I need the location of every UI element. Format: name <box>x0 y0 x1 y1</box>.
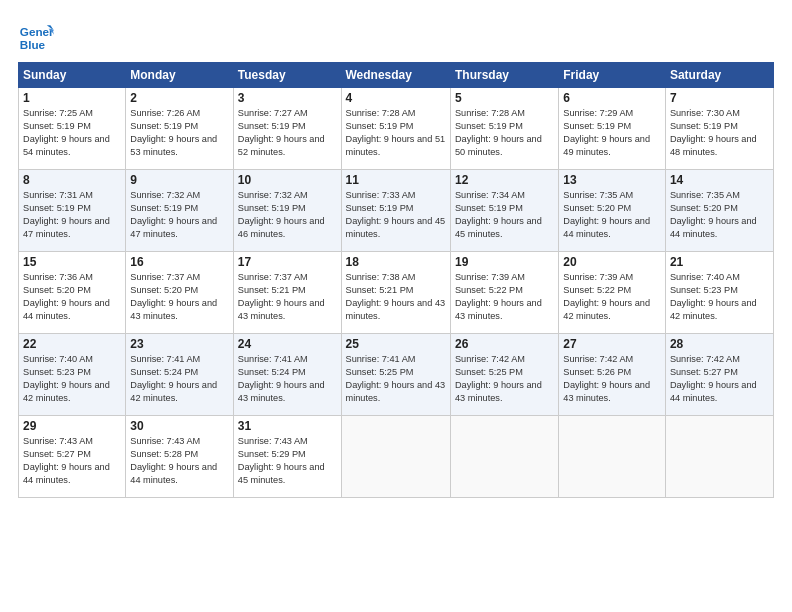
calendar-cell: 8Sunrise: 7:31 AM Sunset: 5:19 PM Daylig… <box>19 170 126 252</box>
day-info: Sunrise: 7:30 AM Sunset: 5:19 PM Dayligh… <box>670 107 769 159</box>
calendar-cell: 26Sunrise: 7:42 AM Sunset: 5:25 PM Dayli… <box>450 334 558 416</box>
calendar-cell: 15Sunrise: 7:36 AM Sunset: 5:20 PM Dayli… <box>19 252 126 334</box>
calendar-week-5: 29Sunrise: 7:43 AM Sunset: 5:27 PM Dayli… <box>19 416 774 498</box>
day-info: Sunrise: 7:34 AM Sunset: 5:19 PM Dayligh… <box>455 189 554 241</box>
calendar-cell: 13Sunrise: 7:35 AM Sunset: 5:20 PM Dayli… <box>559 170 666 252</box>
calendar-cell: 7Sunrise: 7:30 AM Sunset: 5:19 PM Daylig… <box>665 88 773 170</box>
calendar-week-1: 1Sunrise: 7:25 AM Sunset: 5:19 PM Daylig… <box>19 88 774 170</box>
calendar-cell: 4Sunrise: 7:28 AM Sunset: 5:19 PM Daylig… <box>341 88 450 170</box>
day-number: 24 <box>238 337 337 351</box>
svg-text:Blue: Blue <box>20 38 46 51</box>
day-number: 22 <box>23 337 121 351</box>
day-number: 2 <box>130 91 228 105</box>
calendar-cell: 31Sunrise: 7:43 AM Sunset: 5:29 PM Dayli… <box>233 416 341 498</box>
day-info: Sunrise: 7:28 AM Sunset: 5:19 PM Dayligh… <box>346 107 446 159</box>
day-info: Sunrise: 7:35 AM Sunset: 5:20 PM Dayligh… <box>670 189 769 241</box>
day-number: 8 <box>23 173 121 187</box>
day-number: 4 <box>346 91 446 105</box>
calendar-cell: 9Sunrise: 7:32 AM Sunset: 5:19 PM Daylig… <box>126 170 233 252</box>
day-info: Sunrise: 7:43 AM Sunset: 5:29 PM Dayligh… <box>238 435 337 487</box>
day-info: Sunrise: 7:32 AM Sunset: 5:19 PM Dayligh… <box>130 189 228 241</box>
day-info: Sunrise: 7:42 AM Sunset: 5:26 PM Dayligh… <box>563 353 661 405</box>
calendar-cell: 3Sunrise: 7:27 AM Sunset: 5:19 PM Daylig… <box>233 88 341 170</box>
day-number: 29 <box>23 419 121 433</box>
day-info: Sunrise: 7:32 AM Sunset: 5:19 PM Dayligh… <box>238 189 337 241</box>
calendar-cell: 14Sunrise: 7:35 AM Sunset: 5:20 PM Dayli… <box>665 170 773 252</box>
weekday-header-monday: Monday <box>126 63 233 88</box>
day-info: Sunrise: 7:31 AM Sunset: 5:19 PM Dayligh… <box>23 189 121 241</box>
day-number: 21 <box>670 255 769 269</box>
day-info: Sunrise: 7:42 AM Sunset: 5:27 PM Dayligh… <box>670 353 769 405</box>
day-number: 12 <box>455 173 554 187</box>
day-info: Sunrise: 7:38 AM Sunset: 5:21 PM Dayligh… <box>346 271 446 323</box>
day-info: Sunrise: 7:37 AM Sunset: 5:20 PM Dayligh… <box>130 271 228 323</box>
calendar-cell: 20Sunrise: 7:39 AM Sunset: 5:22 PM Dayli… <box>559 252 666 334</box>
day-info: Sunrise: 7:39 AM Sunset: 5:22 PM Dayligh… <box>455 271 554 323</box>
weekday-header-sunday: Sunday <box>19 63 126 88</box>
calendar-cell: 5Sunrise: 7:28 AM Sunset: 5:19 PM Daylig… <box>450 88 558 170</box>
day-info: Sunrise: 7:40 AM Sunset: 5:23 PM Dayligh… <box>670 271 769 323</box>
day-info: Sunrise: 7:29 AM Sunset: 5:19 PM Dayligh… <box>563 107 661 159</box>
calendar-cell: 21Sunrise: 7:40 AM Sunset: 5:23 PM Dayli… <box>665 252 773 334</box>
day-number: 7 <box>670 91 769 105</box>
day-number: 1 <box>23 91 121 105</box>
day-number: 27 <box>563 337 661 351</box>
calendar-cell: 18Sunrise: 7:38 AM Sunset: 5:21 PM Dayli… <box>341 252 450 334</box>
day-info: Sunrise: 7:42 AM Sunset: 5:25 PM Dayligh… <box>455 353 554 405</box>
header: General Blue <box>18 18 774 54</box>
day-number: 5 <box>455 91 554 105</box>
calendar-cell <box>341 416 450 498</box>
day-number: 13 <box>563 173 661 187</box>
day-number: 6 <box>563 91 661 105</box>
day-info: Sunrise: 7:35 AM Sunset: 5:20 PM Dayligh… <box>563 189 661 241</box>
calendar-cell: 29Sunrise: 7:43 AM Sunset: 5:27 PM Dayli… <box>19 416 126 498</box>
day-info: Sunrise: 7:43 AM Sunset: 5:28 PM Dayligh… <box>130 435 228 487</box>
day-number: 16 <box>130 255 228 269</box>
day-number: 31 <box>238 419 337 433</box>
day-number: 10 <box>238 173 337 187</box>
calendar-week-3: 15Sunrise: 7:36 AM Sunset: 5:20 PM Dayli… <box>19 252 774 334</box>
weekday-header-saturday: Saturday <box>665 63 773 88</box>
calendar-cell <box>450 416 558 498</box>
day-number: 15 <box>23 255 121 269</box>
logo: General Blue <box>18 18 58 54</box>
day-number: 30 <box>130 419 228 433</box>
weekday-header-thursday: Thursday <box>450 63 558 88</box>
weekday-header-wednesday: Wednesday <box>341 63 450 88</box>
calendar-cell: 10Sunrise: 7:32 AM Sunset: 5:19 PM Dayli… <box>233 170 341 252</box>
calendar-cell: 16Sunrise: 7:37 AM Sunset: 5:20 PM Dayli… <box>126 252 233 334</box>
day-info: Sunrise: 7:25 AM Sunset: 5:19 PM Dayligh… <box>23 107 121 159</box>
page: General Blue SundayMondayTuesdayWednesda… <box>0 0 792 612</box>
day-info: Sunrise: 7:40 AM Sunset: 5:23 PM Dayligh… <box>23 353 121 405</box>
calendar-cell: 27Sunrise: 7:42 AM Sunset: 5:26 PM Dayli… <box>559 334 666 416</box>
calendar-cell: 1Sunrise: 7:25 AM Sunset: 5:19 PM Daylig… <box>19 88 126 170</box>
day-info: Sunrise: 7:26 AM Sunset: 5:19 PM Dayligh… <box>130 107 228 159</box>
weekday-header-tuesday: Tuesday <box>233 63 341 88</box>
svg-text:General: General <box>20 25 54 38</box>
calendar-cell: 12Sunrise: 7:34 AM Sunset: 5:19 PM Dayli… <box>450 170 558 252</box>
day-info: Sunrise: 7:41 AM Sunset: 5:25 PM Dayligh… <box>346 353 446 405</box>
calendar-cell: 24Sunrise: 7:41 AM Sunset: 5:24 PM Dayli… <box>233 334 341 416</box>
weekday-header-friday: Friday <box>559 63 666 88</box>
calendar-cell: 23Sunrise: 7:41 AM Sunset: 5:24 PM Dayli… <box>126 334 233 416</box>
calendar-cell: 25Sunrise: 7:41 AM Sunset: 5:25 PM Dayli… <box>341 334 450 416</box>
day-number: 23 <box>130 337 228 351</box>
calendar-cell: 19Sunrise: 7:39 AM Sunset: 5:22 PM Dayli… <box>450 252 558 334</box>
day-number: 11 <box>346 173 446 187</box>
calendar-cell: 2Sunrise: 7:26 AM Sunset: 5:19 PM Daylig… <box>126 88 233 170</box>
day-info: Sunrise: 7:28 AM Sunset: 5:19 PM Dayligh… <box>455 107 554 159</box>
day-number: 17 <box>238 255 337 269</box>
day-number: 25 <box>346 337 446 351</box>
day-info: Sunrise: 7:41 AM Sunset: 5:24 PM Dayligh… <box>238 353 337 405</box>
day-info: Sunrise: 7:33 AM Sunset: 5:19 PM Dayligh… <box>346 189 446 241</box>
day-info: Sunrise: 7:37 AM Sunset: 5:21 PM Dayligh… <box>238 271 337 323</box>
calendar-cell: 11Sunrise: 7:33 AM Sunset: 5:19 PM Dayli… <box>341 170 450 252</box>
day-number: 3 <box>238 91 337 105</box>
calendar-cell: 17Sunrise: 7:37 AM Sunset: 5:21 PM Dayli… <box>233 252 341 334</box>
day-info: Sunrise: 7:36 AM Sunset: 5:20 PM Dayligh… <box>23 271 121 323</box>
day-number: 9 <box>130 173 228 187</box>
day-number: 28 <box>670 337 769 351</box>
day-number: 20 <box>563 255 661 269</box>
calendar-week-2: 8Sunrise: 7:31 AM Sunset: 5:19 PM Daylig… <box>19 170 774 252</box>
day-number: 26 <box>455 337 554 351</box>
